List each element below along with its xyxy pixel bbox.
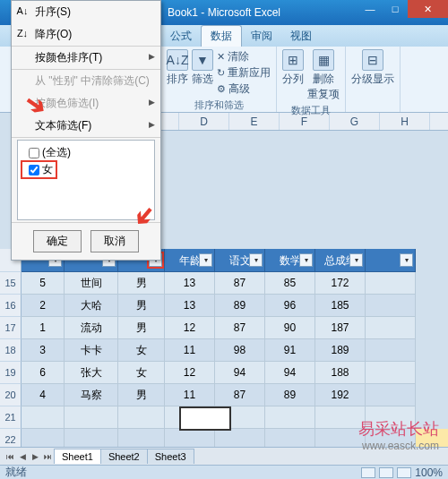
filter-col-chinese[interactable]: 语文▾	[215, 249, 265, 272]
filter-col-total[interactable]: 总成绩▾	[315, 249, 366, 272]
col-d[interactable]: D	[179, 113, 229, 130]
advanced-button[interactable]: ⚙ 高级	[217, 81, 271, 97]
zoom-level[interactable]: 100%	[415, 466, 443, 479]
sheet1-tab[interactable]: Sheet1	[54, 449, 101, 464]
cell[interactable]: 89	[215, 295, 265, 317]
cell[interactable]: 172	[315, 272, 366, 295]
sheet2-tab[interactable]: Sheet2	[100, 449, 148, 464]
sort-by-color-item[interactable]: 按颜色排序(T)▶	[12, 47, 160, 70]
remove-duplicates-button[interactable]: ▦ 删除 重复项	[307, 49, 340, 102]
last-sheet-button[interactable]: ⏭	[41, 452, 54, 461]
cell[interactable]: 185	[315, 295, 366, 317]
cell[interactable]: 96	[265, 295, 315, 317]
cell[interactable]: 3	[22, 339, 65, 362]
minimize-button[interactable]: ―	[358, 0, 383, 18]
cell[interactable]	[366, 295, 416, 317]
dropdown-icon[interactable]: ▾	[199, 253, 212, 267]
sort-desc-item[interactable]: Z↓降序(O)	[12, 23, 160, 47]
filter-col-h[interactable]: ▾	[366, 249, 416, 272]
dropdown-icon[interactable]: ▾	[249, 253, 263, 267]
cell[interactable]: 男	[118, 384, 165, 406]
text-to-columns-button[interactable]: ⊞ 分列	[282, 49, 304, 87]
cell[interactable]: 马察	[65, 384, 118, 406]
page-break-button[interactable]	[397, 467, 411, 478]
row-header[interactable]: 20	[0, 384, 22, 406]
cell[interactable]: 187	[315, 317, 366, 339]
prev-sheet-button[interactable]: ◀	[16, 452, 29, 461]
cell[interactable]: 男	[118, 295, 165, 317]
reapply-button[interactable]: ↻ 重新应用	[217, 65, 271, 81]
cell[interactable]	[366, 384, 416, 406]
cell[interactable]: 87	[215, 272, 265, 295]
first-sheet-button[interactable]: ⏮	[4, 452, 16, 461]
cell[interactable]: 12	[165, 317, 215, 339]
cell[interactable]: 94	[215, 362, 265, 384]
cell[interactable]: 13	[165, 295, 215, 317]
cell[interactable]: 90	[265, 317, 315, 339]
cell[interactable]: 189	[315, 339, 366, 362]
cell[interactable]: 大哈	[65, 295, 118, 317]
select-all-checkbox[interactable]: (全选)	[22, 144, 151, 161]
col-f[interactable]: F	[280, 113, 330, 130]
col-h[interactable]: H	[380, 113, 430, 130]
tab-view[interactable]: 视图	[281, 26, 321, 47]
cell[interactable]: 5	[22, 272, 65, 295]
cell[interactable]: 1	[22, 317, 65, 339]
cell[interactable]: 89	[265, 384, 315, 406]
cell[interactable]: 98	[215, 339, 265, 362]
cell[interactable]: 87	[215, 384, 265, 406]
cell[interactable]: 13	[165, 272, 215, 295]
cell[interactable]: 12	[165, 362, 215, 384]
cell[interactable]: 188	[315, 362, 366, 384]
page-layout-button[interactable]	[379, 467, 393, 478]
cell[interactable]: 张大	[65, 362, 118, 384]
cell[interactable]: 男	[118, 317, 165, 339]
tab-data[interactable]: 数据	[201, 25, 242, 47]
cell[interactable]: 91	[265, 339, 315, 362]
sheet3-tab[interactable]: Sheet3	[147, 449, 194, 464]
col-e[interactable]: E	[229, 113, 280, 130]
filter-col-age[interactable]: 年龄▾	[165, 249, 215, 272]
cell[interactable]: 85	[265, 272, 315, 295]
cell[interactable]: 4	[22, 384, 65, 406]
outline-button[interactable]: ⊟ 分级显示	[351, 49, 394, 87]
cell[interactable]: 192	[315, 384, 366, 406]
cell[interactable]: 2	[22, 295, 65, 317]
row-header[interactable]: 16	[0, 295, 22, 317]
sort-asc-item[interactable]: A↓升序(S)	[12, 1, 160, 23]
cell[interactable]: 男	[118, 272, 165, 295]
row-header[interactable]: 17	[0, 317, 22, 339]
cell[interactable]	[366, 362, 416, 384]
cell[interactable]: 卡卡	[65, 339, 118, 362]
dropdown-icon[interactable]: ▾	[299, 253, 313, 267]
cell[interactable]	[366, 272, 416, 295]
sort-button[interactable]: A↓Z 排序	[167, 49, 188, 87]
clear-button[interactable]: ✕ 清除	[217, 49, 271, 64]
maximize-button[interactable]: □	[383, 0, 408, 18]
cell[interactable]: 女	[118, 339, 165, 362]
cancel-button[interactable]: 取消	[90, 230, 139, 252]
row-header[interactable]: 21	[0, 406, 22, 429]
tab-review[interactable]: 审阅	[242, 26, 281, 47]
cell[interactable]: 世间	[65, 272, 118, 295]
cell[interactable]: 女	[118, 362, 165, 384]
normal-view-button[interactable]	[361, 467, 375, 478]
ok-button[interactable]: 确定	[33, 230, 82, 252]
cell[interactable]: 87	[215, 317, 265, 339]
filter-button[interactable]: ▼ 筛选	[192, 49, 213, 87]
cell[interactable]: 6	[22, 362, 65, 384]
filter-col-math[interactable]: 数学▾	[265, 249, 315, 272]
next-sheet-button[interactable]: ▶	[29, 452, 41, 461]
tab-formulas[interactable]: 公式	[161, 26, 201, 47]
row-header[interactable]: 15	[0, 272, 22, 295]
female-checkbox[interactable]: 女	[22, 161, 56, 178]
cell[interactable]: 11	[165, 339, 215, 362]
cell[interactable]	[366, 317, 416, 339]
cell[interactable]	[366, 339, 416, 362]
row-header[interactable]: 19	[0, 362, 22, 384]
dropdown-icon[interactable]: ▾	[400, 253, 413, 267]
dropdown-icon[interactable]: ▾	[349, 253, 363, 267]
row-header[interactable]: 18	[0, 339, 22, 362]
cell[interactable]: 11	[165, 384, 215, 406]
cell[interactable]: 94	[265, 362, 315, 384]
